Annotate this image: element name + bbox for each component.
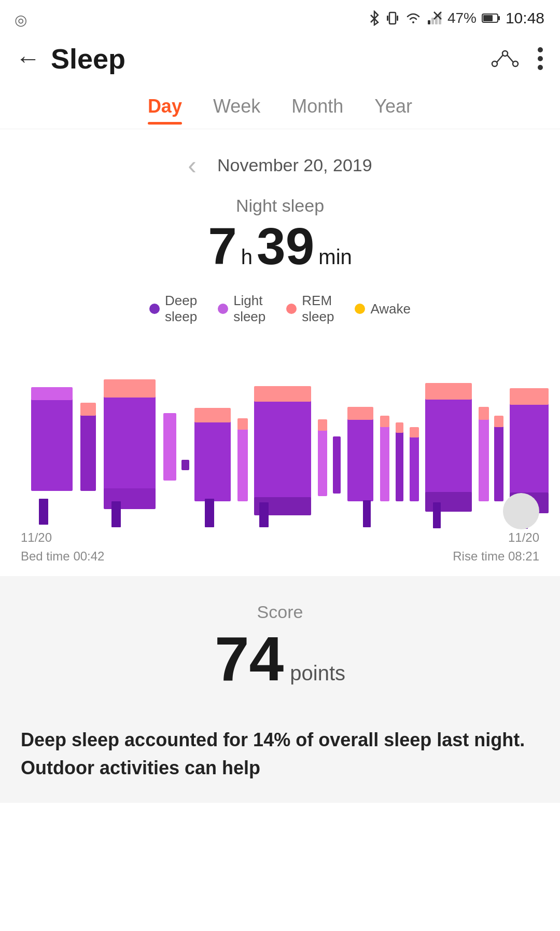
rem-sleep-label: REMsleep [302,293,334,325]
svg-rect-52 [494,416,503,427]
rise-time-annotation: 11/20 Rise time 08:21 [453,528,539,566]
svg-point-17 [538,65,543,70]
svg-rect-51 [494,426,503,501]
svg-rect-32 [254,400,311,499]
svg-rect-46 [425,398,472,494]
wifi-icon [405,11,422,25]
svg-rect-39 [347,407,373,420]
sleep-chart-container: 11/20 Bed time 00:42 11/20 Rise time 08:… [0,340,560,576]
header: ← Sleep [0,32,560,85]
bed-time-annotation: 11/20 Bed time 00:42 [21,528,104,566]
current-date: November 20, 2019 [217,155,372,175]
svg-rect-3 [428,20,430,24]
description-text: Deep sleep accounted for 14% of overall … [21,726,539,782]
prev-date-button[interactable]: ‹ [188,150,197,180]
bed-time-date: 11/20 [21,530,52,544]
status-time: 10:48 [506,9,544,27]
legend-light-sleep: Lightsleep [218,293,265,325]
svg-rect-2 [397,16,398,21]
svg-rect-22 [80,403,96,416]
score-unit: points [290,662,345,685]
svg-rect-4 [431,18,434,24]
svg-rect-11 [498,16,500,20]
svg-rect-29 [194,408,231,422]
svg-rect-38 [347,418,373,501]
svg-rect-28 [194,421,231,501]
score-label: Score [16,602,544,622]
sleep-legend: Deepsleep Lightsleep REMsleep Awake [0,282,560,340]
svg-rect-54 [510,388,549,405]
svg-rect-58 [205,499,214,527]
awake-dot [355,304,365,314]
bed-time-value: Bed time 00:42 [21,549,104,563]
svg-rect-19 [31,398,73,491]
page-title: Sleep [51,43,489,75]
svg-rect-31 [237,418,248,430]
score-section: Score 74 points [0,576,560,710]
date-navigation: ‹ November 20, 2019 [0,140,560,190]
scroll-indicator[interactable] [503,493,539,529]
tab-year[interactable]: Year [374,95,412,124]
svg-rect-47 [425,383,472,400]
svg-rect-1 [387,16,388,21]
status-bar: ◎ 47% [0,0,560,32]
svg-rect-60 [363,500,371,527]
deep-sleep-dot [149,304,160,314]
svg-rect-50 [479,407,489,420]
deep-sleep-label: Deepsleep [165,293,197,325]
sleep-minutes-unit: min [318,245,352,269]
svg-rect-36 [318,419,327,431]
light-sleep-label: Lightsleep [233,293,265,325]
vibrate-icon [385,10,400,26]
sleep-duration: 7 h 39 min [16,220,544,272]
battery-percent: 47% [447,10,477,26]
score-value-container: 74 points [16,627,544,690]
svg-rect-42 [396,431,403,501]
rem-sleep-dot [286,304,297,314]
awake-label: Awake [370,301,411,317]
tab-week[interactable]: Week [213,95,260,124]
svg-rect-27 [181,460,189,470]
legend-deep-sleep: Deepsleep [149,293,197,325]
more-options-icon[interactable] [536,46,544,72]
sleep-hours-unit: h [241,245,253,269]
light-sleep-dot [218,304,228,314]
svg-rect-26 [163,413,176,481]
svg-rect-0 [389,12,396,24]
svg-rect-56 [39,499,48,525]
legend-awake: Awake [355,293,411,325]
sleep-hours: 7 [208,220,237,272]
svg-rect-41 [380,416,389,427]
svg-rect-33 [254,386,311,402]
svg-rect-43 [396,422,403,433]
back-button[interactable]: ← [16,46,40,71]
svg-rect-45 [410,427,419,437]
svg-rect-37 [333,436,341,494]
svg-rect-21 [80,413,96,491]
tab-month[interactable]: Month [291,95,343,124]
svg-rect-57 [111,501,121,527]
svg-rect-48 [425,492,472,512]
legend-rem-sleep: REMsleep [286,293,334,325]
svg-rect-23 [104,395,156,491]
bluetooth-icon [369,10,380,26]
app-logo-icon: ◎ [15,11,27,29]
sleep-info: Night sleep 7 h 39 min [0,190,560,282]
tab-day[interactable]: Day [148,95,182,124]
description-section: Deep sleep accounted for 14% of overall … [0,710,560,803]
signal-icon [427,11,442,25]
graph-icon[interactable] [489,48,521,69]
svg-rect-35 [318,429,327,496]
svg-rect-61 [433,502,441,528]
svg-rect-24 [104,379,156,398]
svg-rect-20 [31,387,73,400]
night-sleep-label: Night sleep [16,196,544,216]
tab-bar: Day Week Month Year [0,85,560,129]
svg-point-16 [538,56,543,61]
svg-rect-59 [259,502,269,527]
svg-rect-53 [510,403,549,494]
svg-rect-44 [410,436,419,501]
svg-point-15 [538,47,543,52]
sleep-chart [0,346,560,532]
svg-rect-49 [479,418,489,501]
